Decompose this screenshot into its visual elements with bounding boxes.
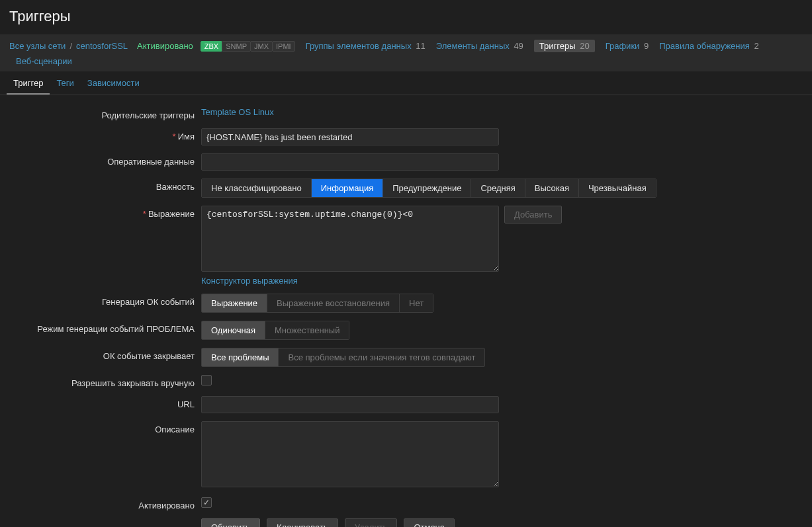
ok-closes-selector: Все проблемы Все проблемы если значения … [201,348,485,367]
problem-mode-label: Режим генерации событий ПРОБЛЕМА [9,321,201,334]
tab-tags[interactable]: Теги [50,71,80,95]
interface-badges: ZBX SNMP JMX IPMI [201,41,295,52]
opdata-label: Оперативные данные [9,153,201,167]
enabled-checkbox[interactable] [201,497,212,508]
okclose-all[interactable]: Все проблемы [202,348,279,366]
severity-disaster[interactable]: Чрезвычайная [579,179,656,197]
okclose-tags[interactable]: Все проблемы если значения тегов совпада… [279,348,484,366]
okgen-recovery[interactable]: Выражение восстановления [267,294,400,312]
tab-dependencies[interactable]: Зависимости [81,71,146,95]
nav-web[interactable]: Веб-сценарии [16,56,72,66]
okgen-expression[interactable]: Выражение [202,294,267,312]
expression-add-button[interactable]: Добавить [504,206,562,223]
severity-selector: Не классифицировано Информация Предупреж… [201,179,656,198]
nav-discovery[interactable]: Правила обнаружения 2 [659,41,758,51]
nav-applications[interactable]: Группы элементов данных 11 [306,41,426,51]
nav-web-link[interactable]: Веб-сценарии [16,56,72,66]
nav-items-count: 49 [514,41,523,51]
severity-average[interactable]: Средняя [471,179,525,197]
severity-high[interactable]: Высокая [525,179,579,197]
name-input[interactable] [201,128,499,145]
parent-trigger-link[interactable]: Template OS Linux [201,107,274,117]
trigger-form: Родительские триггеры Template OS Linux … [0,95,812,527]
opdata-input[interactable] [201,153,499,171]
severity-label: Важность [9,179,201,192]
form-tabs: Триггер Теги Зависимости [0,71,812,95]
expression-textarea[interactable]: {centosforSSL:system.uptime.change(0)}<0 [201,206,499,272]
expression-label: *Выражение [9,206,201,219]
nav-triggers-count: 20 [580,41,589,51]
manual-close-checkbox[interactable] [201,375,212,385]
ok-generation-selector: Выражение Выражение восстановления Нет [201,294,433,313]
nav-items[interactable]: Элементы данных 49 [436,41,523,51]
iface-snmp-badge: SNMP [222,41,251,52]
problem-mode-selector: Одиночная Множественный [201,321,349,340]
clone-button[interactable]: Клонировать [267,518,338,527]
nav-graphs[interactable]: Графики 9 [606,41,649,51]
probmode-multiple[interactable]: Множественный [265,321,349,339]
okgen-none[interactable]: Нет [400,294,433,312]
parent-triggers-label: Родительские триггеры [9,107,201,120]
page-title: Триггеры [0,0,812,34]
nav-applications-count: 11 [416,41,425,51]
breadcrumb-all-hosts[interactable]: Все узлы сети [9,41,66,51]
url-input[interactable] [201,396,499,413]
severity-warning[interactable]: Предупреждение [383,179,471,197]
description-label: Описание [9,421,201,434]
update-button[interactable]: Обновить [201,518,260,527]
name-label: *Имя [9,128,201,142]
delete-button[interactable]: Удалить [345,518,398,527]
breadcrumb-host[interactable]: centosforSSL [76,41,128,51]
breadcrumb-separator: / [69,41,72,51]
description-textarea[interactable] [201,421,499,487]
url-label: URL [9,396,201,409]
nav-applications-link[interactable]: Группы элементов данных [306,41,412,51]
nav-triggers[interactable]: Триггеры 20 [534,40,595,52]
expression-constructor-link[interactable]: Конструктор выражения [201,276,298,286]
severity-not-classified[interactable]: Не классифицировано [202,179,312,197]
iface-ipmi-badge: IPMI [272,41,295,52]
nav-items-link[interactable]: Элементы данных [436,41,510,51]
iface-jmx-badge: JMX [250,41,273,52]
probmode-single[interactable]: Одиночная [202,321,265,339]
nav-discovery-link[interactable]: Правила обнаружения [659,41,750,51]
cancel-button[interactable]: Отмена [404,518,455,527]
ok-closes-label: ОК событие закрывает [9,348,201,361]
nav-graphs-count: 9 [644,41,649,51]
severity-information[interactable]: Информация [312,179,384,197]
tab-trigger[interactable]: Триггер [7,71,50,95]
enabled-label: Активировано [9,497,201,510]
nav-graphs-link[interactable]: Графики [606,41,640,51]
manual-close-label: Разрешить закрывать вручную [9,375,201,388]
nav-triggers-label: Триггеры [539,41,576,51]
host-status: Активировано [137,41,193,51]
nav-discovery-count: 2 [754,41,758,51]
host-navigation-bar: Все узлы сети / centosforSSL Активирован… [0,34,812,71]
iface-zbx-badge: ZBX [201,41,222,52]
ok-generation-label: Генерация ОК событий [9,294,201,307]
